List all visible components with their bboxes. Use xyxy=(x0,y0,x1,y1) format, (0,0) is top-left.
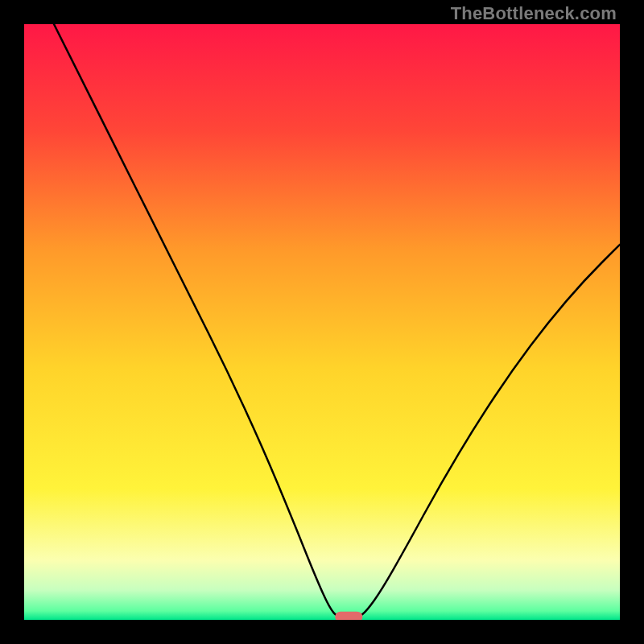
watermark-text: TheBottleneck.com xyxy=(451,3,617,24)
optimal-point xyxy=(335,612,362,620)
plot-area xyxy=(24,24,620,620)
gradient-background xyxy=(24,24,620,620)
x-axis xyxy=(24,620,620,621)
chart-svg xyxy=(24,24,620,620)
outer-frame: TheBottleneck.com xyxy=(0,0,644,644)
y-axis xyxy=(23,24,24,620)
